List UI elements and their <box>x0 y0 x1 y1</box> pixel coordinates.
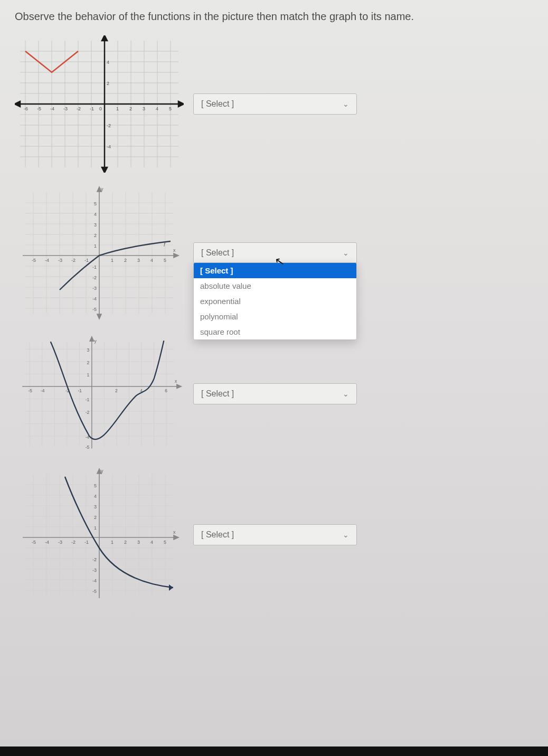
chevron-down-icon: ⌄ <box>343 249 349 257</box>
svg-text:-2: -2 <box>71 540 75 545</box>
svg-text:-3: -3 <box>92 568 97 573</box>
svg-text:5: 5 <box>164 540 166 545</box>
svg-text:-6: -6 <box>24 106 28 111</box>
svg-text:-5: -5 <box>92 307 97 312</box>
select-placeholder: Select <box>201 530 234 540</box>
svg-text:3: 3 <box>137 258 140 263</box>
svg-text:-4: -4 <box>45 540 49 545</box>
svg-text:-3: -3 <box>92 286 97 291</box>
svg-text:-4: -4 <box>41 388 45 393</box>
svg-text:5: 5 <box>94 201 97 206</box>
svg-text:x: x <box>173 530 176 535</box>
svg-text:2: 2 <box>94 233 97 238</box>
svg-text:-2: -2 <box>71 258 75 263</box>
svg-text:-1: -1 <box>90 106 94 111</box>
svg-text:4: 4 <box>150 540 153 545</box>
match-row-4: yx -5-4-3-2-112345 54321 -2-3-4-5 Select… <box>15 466 533 603</box>
dropdown-open: Select absolute value exponential polyno… <box>193 262 357 340</box>
svg-text:1: 1 <box>111 258 114 263</box>
select-graph-3[interactable]: Select ⌄ <box>193 383 357 404</box>
question-prompt: Observe the behavior of the functions in… <box>15 11 533 23</box>
graph-square-root: yx -5-4-3-2-112345 54321 -1-2-3-4-5 f <box>15 184 184 322</box>
svg-text:5: 5 <box>164 258 166 263</box>
svg-text:-5: -5 <box>32 540 36 545</box>
svg-text:2: 2 <box>107 81 109 86</box>
svg-marker-27 <box>178 101 184 107</box>
svg-marker-153 <box>174 535 178 540</box>
select-wrap-2: Select ⌄ ↖ Select absolute value exponen… <box>193 242 357 263</box>
footer-bar <box>0 746 548 756</box>
select-graph-4[interactable]: Select ⌄ <box>193 524 357 545</box>
svg-text:x: x <box>173 248 176 253</box>
svg-marker-112 <box>90 337 94 341</box>
svg-text:-3: -3 <box>58 258 62 263</box>
svg-text:2: 2 <box>129 106 132 111</box>
dropdown-option-square-root[interactable]: square root <box>194 324 356 339</box>
svg-marker-24 <box>102 35 107 41</box>
svg-text:2: 2 <box>115 388 118 393</box>
svg-text:3: 3 <box>94 222 97 228</box>
svg-text:2: 2 <box>124 540 127 545</box>
svg-text:0: 0 <box>99 106 102 111</box>
svg-marker-26 <box>15 101 20 107</box>
graph-polynomial: yx -5-4-2-1246 321-1-2-4-5 <box>15 333 184 455</box>
svg-text:-5: -5 <box>86 445 90 450</box>
svg-text:-5: -5 <box>92 589 97 594</box>
svg-text:1: 1 <box>111 540 114 545</box>
select-graph-1[interactable]: Select ⌄ <box>193 93 357 115</box>
svg-text:4: 4 <box>107 60 109 65</box>
svg-text:5: 5 <box>169 106 172 111</box>
dropdown-option-placeholder[interactable]: Select <box>194 263 356 278</box>
svg-text:4: 4 <box>156 106 158 111</box>
svg-text:-1: -1 <box>84 540 89 545</box>
svg-text:-4: -4 <box>45 258 49 263</box>
svg-text:4: 4 <box>150 258 153 263</box>
match-row-1: -6-5-4-3-2-10 12345 42-2-4 Select ⌄ <box>15 35 533 173</box>
svg-marker-25 <box>102 167 107 173</box>
svg-text:-2: -2 <box>107 123 111 128</box>
match-row-3: yx -5-4-2-1246 321-1-2-4-5 Select ⌄ <box>15 333 533 455</box>
svg-text:-2: -2 <box>92 275 97 280</box>
svg-text:4: 4 <box>94 494 97 499</box>
dropdown-option-exponential[interactable]: exponential <box>194 294 356 309</box>
select-placeholder: Select <box>201 248 234 258</box>
svg-text:-1: -1 <box>78 388 82 393</box>
svg-text:-4: -4 <box>50 106 54 111</box>
svg-text:-5: -5 <box>37 106 41 111</box>
svg-text:-1: -1 <box>92 264 97 270</box>
chevron-down-icon: ⌄ <box>343 100 349 108</box>
chevron-down-icon: ⌄ <box>343 390 349 398</box>
svg-text:-5: -5 <box>28 388 32 393</box>
svg-text:-1: -1 <box>84 258 89 263</box>
svg-marker-67 <box>97 314 101 319</box>
dropdown-option-polynomial[interactable]: polynomial <box>194 309 356 324</box>
select-graph-2[interactable]: Select ⌄ <box>193 242 357 263</box>
svg-text:-4: -4 <box>107 144 111 149</box>
svg-text:y: y <box>101 468 103 474</box>
graph-exponential: yx -5-4-3-2-112345 54321 -2-3-4-5 <box>15 466 184 603</box>
svg-text:6: 6 <box>165 388 167 393</box>
dropdown-option-absolute-value[interactable]: absolute value <box>194 278 356 294</box>
select-placeholder: Select <box>201 99 234 109</box>
svg-text:-1: -1 <box>86 397 90 402</box>
svg-text:1: 1 <box>94 525 97 531</box>
select-placeholder: Select <box>201 389 234 399</box>
svg-text:3: 3 <box>94 504 97 509</box>
svg-text:1: 1 <box>94 243 97 249</box>
svg-marker-175 <box>169 584 173 591</box>
svg-text:-2: -2 <box>92 557 97 562</box>
svg-marker-113 <box>177 384 181 389</box>
svg-marker-68 <box>174 253 178 258</box>
svg-text:5: 5 <box>94 483 97 488</box>
svg-text:-4: -4 <box>92 578 97 583</box>
svg-text:-5: -5 <box>32 258 36 263</box>
svg-text:3: 3 <box>137 540 140 545</box>
svg-text:-3: -3 <box>58 540 62 545</box>
svg-text:y: y <box>101 186 103 192</box>
match-row-2: yx -5-4-3-2-112345 54321 -1-2-3-4-5 f Se… <box>15 184 533 322</box>
svg-text:y: y <box>95 338 97 344</box>
svg-text:-2: -2 <box>77 106 81 111</box>
svg-text:x: x <box>175 379 177 384</box>
svg-text:2: 2 <box>94 515 97 520</box>
svg-text:-4: -4 <box>92 296 97 301</box>
